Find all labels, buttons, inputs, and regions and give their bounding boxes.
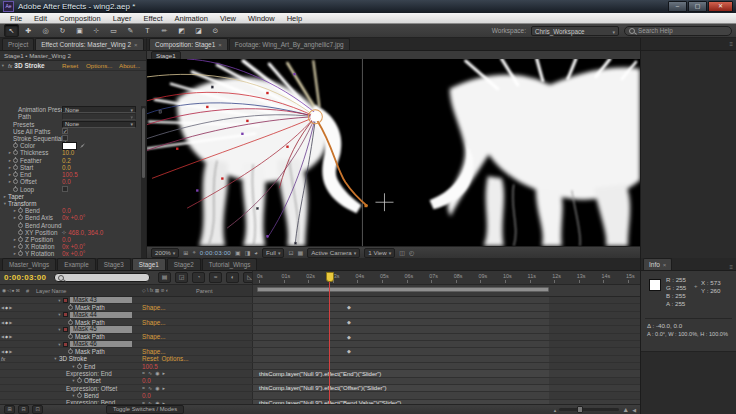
magnification-dropdown[interactable]: 200%▾: [151, 248, 179, 258]
expression-pickwhip-icon[interactable]: ◉: [155, 370, 159, 376]
checkbox-use-all-paths[interactable]: ✓: [62, 128, 68, 134]
expression-pickwhip-icon[interactable]: ◉: [155, 385, 159, 391]
effect-row-presets[interactable]: PresetsNone▾: [0, 120, 141, 127]
tab-footage-wing-art-by-anghellic7-jpg[interactable]: Footage: Wing_Art_By_anghellic7.jpg: [229, 38, 350, 50]
stopwatch-icon[interactable]: [18, 251, 23, 256]
reset-link[interactable]: Reset: [62, 62, 78, 69]
effect-panel-scrollbar[interactable]: [141, 106, 146, 258]
track-area[interactable]: ◆: [252, 334, 640, 340]
fast-preview-icon[interactable]: ◴: [409, 249, 414, 256]
keyframe-nav-prev-icon[interactable]: ◀: [1, 305, 4, 310]
effect-row-xy-position[interactable]: XY Position⊹468.0, 364.0: [0, 229, 141, 236]
keyframe-nav-prev-icon[interactable]: ◀: [1, 320, 4, 325]
effect-row-path[interactable]: Path▾: [0, 113, 141, 120]
stopwatch-icon[interactable]: [18, 237, 23, 242]
composition-viewer[interactable]: [147, 59, 640, 246]
expand-inout-columns-icon[interactable]: ⊡: [32, 405, 43, 414]
zoom-in-icon[interactable]: ▲: [622, 406, 629, 413]
menu-effect[interactable]: Effect: [137, 14, 168, 23]
menu-file[interactable]: File: [4, 14, 28, 23]
motion-blur-icon[interactable]: ◐: [226, 272, 239, 283]
3d-view-dropdown[interactable]: Active Camera▾: [307, 248, 360, 258]
view-layout-dropdown[interactable]: 1 View▾: [364, 248, 395, 258]
type-tool-icon[interactable]: T: [140, 24, 155, 37]
expression-language-icon[interactable]: ▸: [163, 370, 166, 376]
frame-blend-icon[interactable]: ≈: [209, 272, 222, 283]
property-value[interactable]: 0x +0.0°: [62, 243, 85, 250]
track-area[interactable]: [252, 341, 640, 347]
stopwatch-icon[interactable]: [18, 208, 23, 213]
draft-3d-icon[interactable]: ◲: [175, 272, 188, 283]
expression-language-icon[interactable]: ▸: [163, 385, 166, 391]
property-value[interactable]: 0.0: [62, 178, 71, 185]
tab-info[interactable]: Info ×: [643, 258, 672, 270]
mask-color-chip[interactable]: [63, 342, 68, 347]
stopwatch-icon[interactable]: [18, 230, 23, 235]
tab-composition-stage1[interactable]: Composition: Stage1×: [149, 38, 228, 50]
track-area[interactable]: ◆: [252, 348, 640, 354]
twirl-icon[interactable]: ▾: [0, 63, 6, 68]
work-area-bar[interactable]: [257, 287, 549, 292]
stopwatch-icon[interactable]: [13, 179, 18, 184]
close-button[interactable]: ✕: [708, 1, 733, 12]
effect-row-x-rotation[interactable]: ▸X Rotation0x +0.0°: [0, 243, 141, 250]
stopwatch-icon[interactable]: [68, 334, 73, 339]
checkbox-loop[interactable]: [62, 186, 68, 192]
effect-row-y-rotation[interactable]: ▸Y Rotation0x +0.0°: [0, 250, 141, 257]
keyframe-nav-next-icon[interactable]: ▶: [9, 349, 12, 354]
expression-enable-icon[interactable]: =: [142, 385, 145, 391]
puppet-pin-tool-icon[interactable]: ⊙: [208, 24, 223, 37]
channels-icon[interactable]: ◕: [254, 250, 258, 256]
property-value[interactable]: 0x +0.0°: [62, 250, 85, 257]
stopwatch-icon[interactable]: [77, 364, 82, 369]
stopwatch-icon[interactable]: [77, 378, 82, 383]
zoom-tool-icon[interactable]: ◎: [38, 24, 53, 37]
transparency-grid-icon[interactable]: ▦: [298, 249, 304, 256]
twirl-icon[interactable]: ▾: [56, 327, 63, 332]
composition-mini-flowchart-icon[interactable]: ▤: [158, 272, 171, 283]
effect-row-use-all-paths[interactable]: Use All Paths✓: [0, 128, 141, 135]
keyframe-toggle-icon[interactable]: ◆: [5, 349, 8, 354]
layer-name-header[interactable]: Layer Name: [36, 288, 142, 294]
property-value[interactable]: 0.0: [142, 392, 151, 399]
options-link[interactable]: Options...: [161, 355, 188, 362]
track-area[interactable]: [252, 356, 640, 362]
property-value[interactable]: 100.5: [142, 363, 158, 370]
camera-tool-icon[interactable]: ▣: [72, 24, 87, 37]
keyframe-nav-next-icon[interactable]: ▶: [9, 334, 12, 339]
effect-row-loop[interactable]: Loop: [0, 185, 141, 192]
track-area[interactable]: thisComp.layer("Null 9").effect("End")("…: [252, 370, 640, 376]
stopwatch-icon[interactable]: [68, 305, 73, 310]
current-timecode[interactable]: 0:00:03:00: [0, 273, 50, 282]
property-value[interactable]: 0.0: [142, 377, 151, 384]
track-area[interactable]: thisComp.layer("Null 9").effect("Offset"…: [252, 385, 640, 391]
twirl-icon[interactable]: ▾: [70, 378, 77, 383]
track-area[interactable]: ◆: [252, 304, 640, 310]
expression-graph-icon[interactable]: ∿: [148, 370, 152, 376]
keyframe-nav-prev-icon[interactable]: ◀: [1, 334, 4, 339]
dropdown-path[interactable]: ▾: [62, 113, 136, 120]
snapshot-icon[interactable]: ▣: [235, 249, 241, 256]
stopwatch-icon[interactable]: [18, 244, 23, 249]
mask-color-chip[interactable]: [63, 298, 68, 303]
zoom-slider-track[interactable]: [559, 408, 619, 411]
resolution-dropdown[interactable]: Full▾: [262, 248, 285, 258]
mask-color-chip[interactable]: [63, 327, 68, 332]
stopwatch-icon[interactable]: [68, 349, 73, 354]
dropdown-animation-presets[interactable]: None▾: [62, 106, 136, 113]
stopwatch-icon[interactable]: [68, 320, 73, 325]
pixel-aspect-icon[interactable]: ◫: [399, 249, 405, 256]
track-area[interactable]: ◆: [252, 319, 640, 325]
stopwatch-icon[interactable]: [13, 150, 18, 155]
minimize-button[interactable]: –: [668, 1, 687, 12]
keyframe-diamond-icon[interactable]: ◆: [347, 319, 351, 325]
switches-header[interactable]: ◇ \ fx ▦ ⊘ ◐: [142, 288, 196, 293]
timeline-zoom-slider[interactable]: ▴ ▲ ◀: [554, 406, 636, 413]
comp-timecode[interactable]: 0:00:03:00: [200, 249, 231, 256]
property-value[interactable]: 0.0: [62, 236, 71, 243]
track-area[interactable]: [252, 378, 640, 384]
toggle-switches-modes-button[interactable]: Toggle Switches / Modes: [106, 405, 184, 414]
current-time-indicator-handle[interactable]: [326, 272, 334, 282]
keyframe-toggle-icon[interactable]: ◆: [5, 334, 8, 339]
expression-enable-icon[interactable]: =: [142, 370, 145, 376]
